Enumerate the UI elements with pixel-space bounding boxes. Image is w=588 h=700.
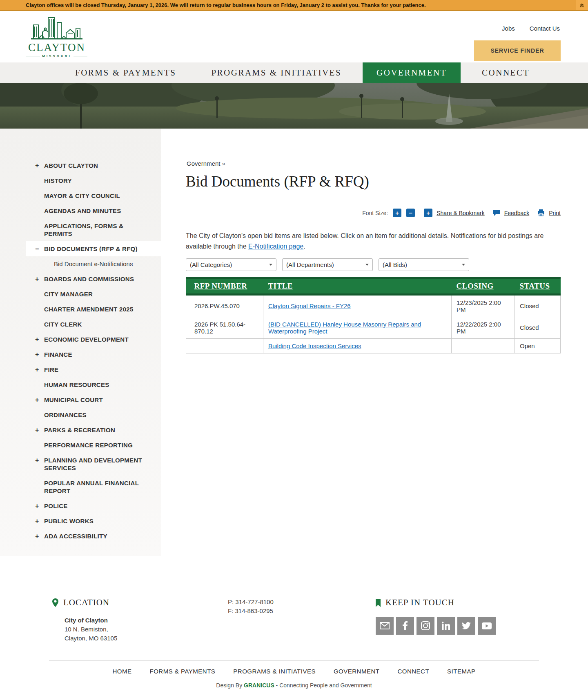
column-header-closing[interactable]: CLOSING [452, 278, 515, 294]
footer-nav-link[interactable]: SITEMAP [447, 668, 475, 675]
linkedin-button[interactable] [437, 617, 455, 635]
e-notification-link[interactable]: E-Notification page [248, 243, 303, 250]
sidebar-item-label: ECONOMIC DEVELOPMENT [44, 336, 129, 343]
nav-forms-payments[interactable]: FORMS & PAYMENTS [61, 62, 190, 83]
sidebar-item[interactable]: CITY CLERK [0, 317, 161, 332]
category-filter-select[interactable]: (All Categories) [186, 258, 276, 271]
sidebar-item[interactable]: MAYOR & CITY COUNCIL [0, 188, 161, 203]
column-header-status[interactable]: STATUS [515, 278, 561, 294]
sidebar-item[interactable]: + POLICE [0, 498, 161, 513]
expand-collapse-icon[interactable]: − [35, 245, 42, 253]
phone-block: P: 314-727-8100 F: 314-863-0295 [228, 598, 274, 616]
sidebar-item-label: MAYOR & CITY COUNCIL [44, 192, 120, 200]
rfp-number-cell [186, 338, 263, 353]
nav-government[interactable]: GOVERNMENT [363, 62, 461, 83]
sidebar-item[interactable]: Bid Document e-Notifications [0, 256, 161, 271]
share-plus-icon[interactable]: + [424, 209, 432, 217]
column-header-rfp-number[interactable]: RFP NUMBER [186, 278, 263, 294]
jobs-link[interactable]: Jobs [502, 25, 515, 32]
expand-collapse-icon[interactable]: + [35, 502, 42, 510]
feedback-bubble-icon [493, 210, 500, 216]
sidebar-item[interactable]: AGENDAS AND MINUTES [0, 203, 161, 218]
bids-filter-select[interactable]: (All Bids) [379, 258, 469, 271]
twitter-button[interactable] [457, 617, 475, 635]
credit-prefix: Design By [216, 682, 244, 689]
expand-collapse-icon[interactable]: + [35, 426, 42, 434]
clayton-logo[interactable]: CLAYTON MISSOURI [26, 14, 87, 58]
expand-collapse-icon[interactable]: + [35, 532, 42, 540]
breadcrumb-government-link[interactable]: Government [187, 160, 220, 167]
sidebar-item[interactable]: CHARTER AMENDMENT 2025 [0, 302, 161, 317]
city-skyline-icon [30, 14, 83, 40]
expand-collapse-icon[interactable]: + [35, 275, 42, 283]
location-heading: LOCATION [63, 598, 109, 608]
nav-connect[interactable]: CONNECT [468, 62, 543, 83]
sidebar-item[interactable]: + ABOUT CLAYTON [0, 158, 161, 173]
rfp-number-cell: 2026.PW.45.070 [186, 294, 263, 317]
breadcrumb-separator: » [222, 160, 225, 167]
utility-links: Jobs Contact Us [502, 25, 560, 32]
footer-nav-link[interactable]: PROGRAMS & INITIATIVES [233, 668, 316, 675]
sidebar-item[interactable]: HUMAN RESOURCES [0, 377, 161, 392]
category-filter-wrap: (All Categories) [186, 258, 276, 271]
service-finder-button[interactable]: SERVICE FINDER [474, 40, 561, 61]
bid-title-link[interactable]: (BID CANCELLED) Hanley House Masonry Rep… [268, 321, 421, 335]
bid-title-link[interactable]: Clayton Signal Repairs - FY26 [268, 302, 351, 309]
twitter-icon [462, 622, 471, 630]
sidebar-item[interactable]: − BID DOCUMENTS (RFP & RFQ) [26, 241, 161, 256]
expand-collapse-icon[interactable]: + [35, 396, 42, 404]
expand-collapse-icon[interactable]: + [35, 456, 42, 464]
expand-collapse-icon[interactable]: + [35, 517, 42, 525]
sidebar-item[interactable]: + ADA ACCESSIBILITY [0, 529, 161, 544]
sidebar-item[interactable]: POPULAR ANNUAL FINANCIAL REPORT [0, 476, 161, 498]
email-button[interactable] [376, 617, 394, 635]
font-increase-button[interactable]: + [393, 209, 401, 217]
footer-nav-link[interactable]: FORMS & PAYMENTS [150, 668, 216, 675]
sidebar-item[interactable]: PERFORMANCE REPORTING [0, 438, 161, 453]
nav-programs-initiatives[interactable]: PROGRAMS & INITIATIVES [197, 62, 355, 83]
feedback-link[interactable]: Feedback [504, 210, 529, 216]
footer-nav-link[interactable]: HOME [113, 668, 132, 675]
alert-collapse-button[interactable] [576, 0, 588, 10]
column-header-title[interactable]: TITLE [263, 278, 451, 294]
rfp-number-cell: 2026 PK 51.50.64-870.12 [186, 317, 263, 338]
sidebar-item[interactable]: CITY MANAGER [0, 287, 161, 302]
credit-suffix: - Connecting People and Government [274, 682, 372, 689]
department-filter-select[interactable]: (All Departments) [282, 258, 373, 271]
sidebar-item[interactable]: + FIRE [0, 362, 161, 377]
sidebar-item[interactable]: + FINANCE [0, 347, 161, 362]
table-row: 2026 PK 51.50.64-870.12 (BID CANCELLED) … [186, 317, 561, 338]
granicus-link[interactable]: GRANICUS [244, 682, 274, 689]
sidebar-item[interactable]: + ECONOMIC DEVELOPMENT [0, 332, 161, 347]
expand-collapse-icon[interactable]: + [35, 336, 42, 343]
print-link[interactable]: Print [549, 210, 561, 216]
footer-nav-link[interactable]: GOVERNMENT [334, 668, 380, 675]
sidebar-item-label: ADA ACCESSIBILITY [44, 532, 107, 540]
sidebar-item[interactable]: HISTORY [0, 173, 161, 188]
footer-nav-link[interactable]: CONNECT [397, 668, 429, 675]
sidebar-item[interactable]: APPLICATIONS, FORMS & PERMITS [0, 218, 161, 241]
facebook-button[interactable] [396, 617, 414, 635]
sidebar-item-label: POLICE [44, 502, 68, 510]
sidebar-item-label: CITY MANAGER [44, 290, 93, 298]
font-decrease-button[interactable]: − [406, 209, 415, 217]
hero-park-photo [0, 83, 588, 129]
expand-collapse-icon[interactable]: + [35, 366, 42, 373]
bid-title-link[interactable]: Building Code Inspection Services [268, 342, 361, 349]
sidebar-item[interactable]: + PARKS & RECREATION [0, 422, 161, 438]
expand-collapse-icon[interactable]: + [35, 351, 42, 358]
contact-us-link[interactable]: Contact Us [530, 25, 560, 32]
status-cell: Open [515, 338, 561, 353]
sidebar-item[interactable]: ORDINANCES [0, 407, 161, 422]
share-bookmark-link[interactable]: Share & Bookmark [437, 210, 485, 216]
page-toolbar: Font Size: + − + Share & Bookmark Feedba… [186, 209, 561, 217]
youtube-button[interactable] [478, 617, 496, 635]
sidebar-item[interactable]: + PLANNING AND DEVELOPMENT SERVICES [0, 453, 161, 476]
expand-collapse-icon[interactable]: + [35, 162, 42, 169]
chevrons-up-icon [579, 2, 585, 8]
sidebar-item[interactable]: + BOARDS AND COMMISSIONS [0, 271, 161, 287]
instagram-button[interactable] [416, 617, 434, 635]
alert-text: Clayton offices will be closed Thursday,… [26, 0, 426, 11]
sidebar-item[interactable]: + PUBLIC WORKS [0, 513, 161, 529]
sidebar-item[interactable]: + MUNICIPAL COURT [0, 392, 161, 407]
